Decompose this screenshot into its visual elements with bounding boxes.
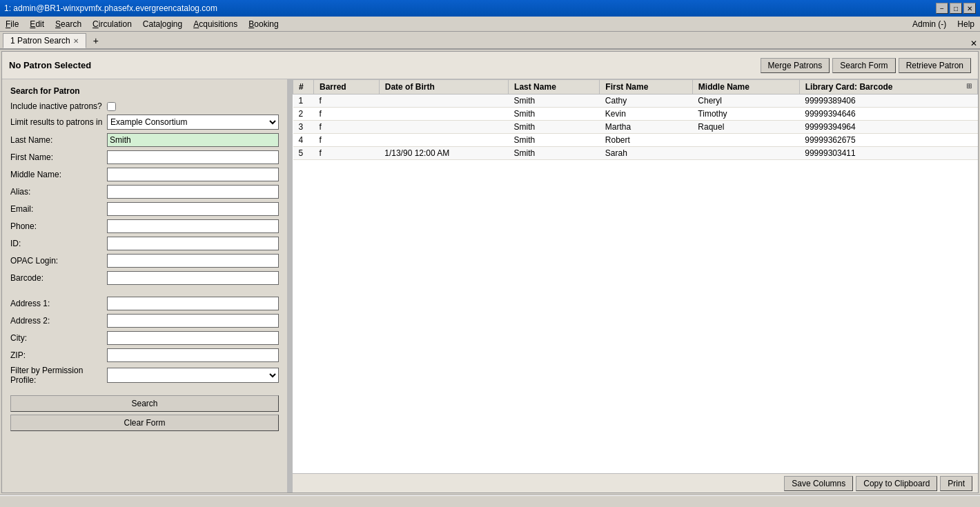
menu-edit[interactable]: Edit bbox=[24, 18, 50, 30]
admin-label[interactable]: Admin (-) bbox=[912, 19, 946, 29]
table-cell: Raquel bbox=[692, 121, 799, 134]
address1-input[interactable] bbox=[107, 297, 279, 310]
table-cell: Martha bbox=[600, 121, 693, 134]
table-cell: Kevin bbox=[600, 108, 693, 121]
menu-acquisitions[interactable]: Acquisitions bbox=[188, 18, 243, 30]
filter-profile-select[interactable] bbox=[107, 368, 279, 383]
results-table: # Barred Date of Birth Last Name First N… bbox=[293, 79, 978, 160]
barcode-label: Barcode: bbox=[10, 273, 107, 283]
filter-profile-label: Filter by Permission Profile: bbox=[10, 366, 107, 385]
print-button[interactable]: Print bbox=[940, 476, 972, 491]
table-row[interactable]: 1fSmithCathyCheryl99999389406 bbox=[293, 95, 978, 108]
id-input[interactable] bbox=[107, 237, 279, 250]
col-header-barred[interactable]: Barred bbox=[314, 80, 380, 95]
email-input[interactable] bbox=[107, 202, 279, 216]
alias-row: Alias: bbox=[10, 185, 279, 199]
search-panel: Search for Patron Include inactive patro… bbox=[2, 79, 288, 493]
tab-close-icon[interactable]: ✕ bbox=[73, 37, 79, 45]
clear-form-button[interactable]: Clear Form bbox=[10, 415, 279, 431]
tab-patron-search[interactable]: 1 Patron Search ✕ bbox=[3, 33, 86, 48]
table-cell: Smith bbox=[509, 95, 600, 108]
menu-search[interactable]: Search bbox=[50, 18, 87, 30]
phone-input[interactable] bbox=[107, 219, 279, 233]
tab-bar: 1 Patron Search ✕ + ✕ bbox=[0, 32, 980, 50]
tab-bar-close-icon[interactable]: ✕ bbox=[970, 39, 977, 48]
table-cell: Smith bbox=[509, 134, 600, 147]
barcode-input[interactable] bbox=[107, 271, 279, 285]
col-header-num[interactable]: # bbox=[293, 80, 314, 95]
save-columns-button[interactable]: Save Columns bbox=[784, 476, 853, 491]
menu-booking[interactable]: Booking bbox=[243, 18, 284, 30]
copy-clipboard-button[interactable]: Copy to Clipboard bbox=[856, 476, 937, 491]
menu-file[interactable]: File bbox=[0, 18, 24, 30]
email-row: Email: bbox=[10, 202, 279, 216]
header-buttons: Merge Patrons Search Form Retrieve Patro… bbox=[761, 58, 971, 73]
menu-right-area: Admin (-) Help bbox=[912, 19, 980, 29]
bottom-bar: Save Columns Copy to Clipboard Print bbox=[293, 473, 978, 493]
opac-login-input[interactable] bbox=[107, 254, 279, 268]
zip-row: ZIP: bbox=[10, 348, 279, 362]
table-cell: 99999303411 bbox=[799, 147, 977, 160]
table-cell: 99999394646 bbox=[799, 108, 977, 121]
col-header-middlename[interactable]: Middle Name bbox=[692, 80, 799, 95]
table-cell bbox=[379, 121, 508, 134]
minimize-button[interactable]: − bbox=[936, 3, 948, 14]
table-row[interactable]: 4fSmithRobert99999362675 bbox=[293, 134, 978, 147]
address2-label: Address 2: bbox=[10, 316, 107, 326]
table-cell: Smith bbox=[509, 147, 600, 160]
table-row[interactable]: 3fSmithMarthaRaquel99999394964 bbox=[293, 121, 978, 134]
table-row[interactable]: 5f1/13/90 12:00 AMSmithSarah99999303411 bbox=[293, 147, 978, 160]
middle-name-row: Middle Name: bbox=[10, 168, 279, 181]
table-row[interactable]: 2fSmithKevinTimothy99999394646 bbox=[293, 108, 978, 121]
patron-status: No Patron Selected bbox=[9, 60, 91, 70]
window-controls: − □ ✕ bbox=[936, 3, 976, 14]
col-header-lastname[interactable]: Last Name bbox=[509, 80, 600, 95]
table-cell bbox=[379, 134, 508, 147]
id-row: ID: bbox=[10, 237, 279, 250]
help-label[interactable]: Help bbox=[957, 19, 974, 29]
limit-results-label: Limit results to patrons in bbox=[10, 117, 107, 127]
search-button[interactable]: Search bbox=[10, 395, 279, 412]
address2-input[interactable] bbox=[107, 314, 279, 328]
id-label: ID: bbox=[10, 239, 107, 248]
menu-cataloging[interactable]: Cataloging bbox=[137, 18, 188, 30]
table-cell bbox=[379, 95, 508, 108]
barcode-row: Barcode: bbox=[10, 271, 279, 285]
table-cell: 4 bbox=[293, 134, 314, 147]
work-area: Search for Patron Include inactive patro… bbox=[2, 79, 978, 493]
table-cell: 99999389406 bbox=[799, 95, 977, 108]
main-content: No Patron Selected Merge Patrons Search … bbox=[1, 51, 979, 493]
table-cell: Robert bbox=[600, 134, 693, 147]
include-inactive-checkbox[interactable] bbox=[107, 102, 116, 111]
menu-circulation[interactable]: Circulation bbox=[87, 18, 137, 30]
table-cell: Smith bbox=[509, 121, 600, 134]
address2-row: Address 2: bbox=[10, 314, 279, 328]
limit-results-select[interactable]: Example Consortium bbox=[107, 115, 279, 130]
alias-input[interactable] bbox=[107, 185, 279, 199]
first-name-input[interactable] bbox=[107, 150, 279, 164]
address1-label: Address 1: bbox=[10, 299, 107, 308]
email-label: Email: bbox=[10, 204, 107, 214]
last-name-row: Last Name: bbox=[10, 133, 279, 147]
menu-bar: File Edit Search Circulation Cataloging … bbox=[0, 17, 980, 32]
table-cell bbox=[692, 147, 799, 160]
maximize-button[interactable]: □ bbox=[950, 3, 962, 14]
results-table-container[interactable]: # Barred Date of Birth Last Name First N… bbox=[293, 79, 978, 473]
table-cell: f bbox=[314, 121, 380, 134]
last-name-input[interactable] bbox=[107, 133, 279, 147]
retrieve-patron-button[interactable]: Retrieve Patron bbox=[899, 58, 971, 73]
table-cell: 5 bbox=[293, 147, 314, 160]
merge-patrons-button[interactable]: Merge Patrons bbox=[761, 58, 830, 73]
tab-add-button[interactable]: + bbox=[88, 33, 104, 48]
zip-input[interactable] bbox=[107, 348, 279, 362]
col-header-barcode[interactable]: Library Card: Barcode ⊞ bbox=[799, 80, 977, 95]
search-form-button[interactable]: Search Form bbox=[832, 58, 895, 73]
middle-name-input[interactable] bbox=[107, 168, 279, 181]
city-input[interactable] bbox=[107, 331, 279, 345]
first-name-row: First Name: bbox=[10, 150, 279, 164]
col-header-firstname[interactable]: First Name bbox=[600, 80, 693, 95]
city-row: City: bbox=[10, 331, 279, 345]
col-header-dob[interactable]: Date of Birth bbox=[379, 80, 508, 95]
zip-label: ZIP: bbox=[10, 350, 107, 360]
close-button[interactable]: ✕ bbox=[963, 3, 976, 14]
